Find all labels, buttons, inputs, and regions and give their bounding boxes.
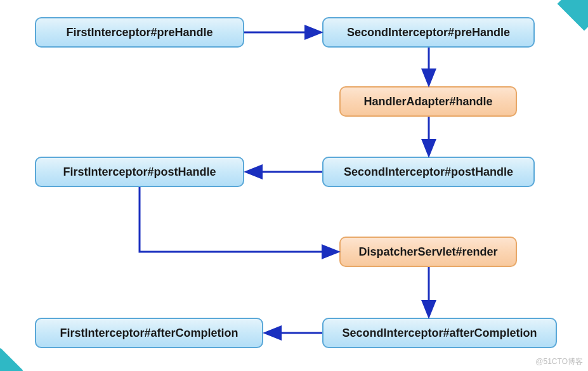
node-label: SecondInterceptor#afterCompletion [342, 327, 537, 340]
arrow-firstpost-to-render [140, 187, 337, 252]
node-first-prehandle: FirstInterceptor#preHandle [35, 17, 244, 48]
node-label: FirstInterceptor#afterCompletion [60, 327, 238, 340]
node-handler-adapter: HandlerAdapter#handle [339, 86, 517, 117]
node-second-aftercompletion: SecondInterceptor#afterCompletion [322, 318, 557, 348]
watermark: @51CTO博客 [535, 356, 583, 367]
decorative-corner [558, 0, 588, 30]
node-label: HandlerAdapter#handle [363, 95, 492, 108]
node-label: DispatcherServlet#render [358, 245, 497, 259]
node-second-prehandle: SecondInterceptor#preHandle [322, 17, 535, 48]
node-label: SecondInterceptor#preHandle [347, 26, 510, 39]
node-second-posthandle: SecondInterceptor#postHandle [322, 157, 535, 187]
node-first-aftercompletion: FirstInterceptor#afterCompletion [35, 318, 263, 348]
node-label: SecondInterceptor#postHandle [344, 166, 513, 179]
node-label: FirstInterceptor#preHandle [66, 26, 212, 39]
node-dispatcher-render: DispatcherServlet#render [339, 237, 517, 267]
decorative-corner-bottom [0, 348, 23, 371]
node-label: FirstInterceptor#postHandle [63, 166, 216, 179]
node-first-posthandle: FirstInterceptor#postHandle [35, 157, 244, 187]
